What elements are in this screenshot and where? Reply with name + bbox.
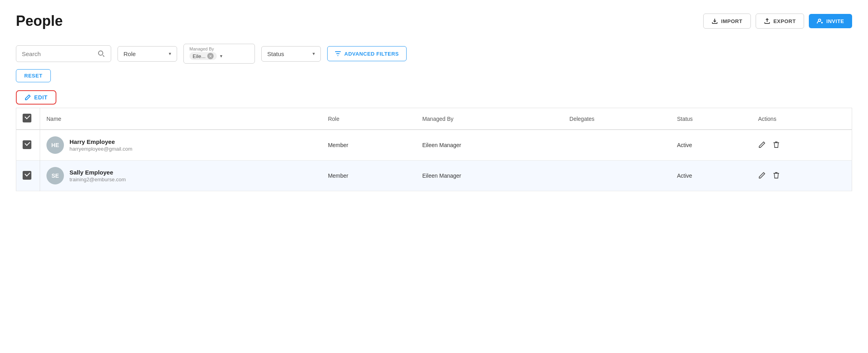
status-chevron-icon: ▾ [312,51,315,56]
name-cell: HE Harry Employee harryemployee@gmail.co… [40,130,322,161]
status-filter[interactable]: Status ▾ [261,46,321,62]
reset-button[interactable]: RESET [16,69,51,82]
name-cell: SE Sally Employee training2@emburse.com [40,161,322,191]
role-cell: Member [322,161,416,191]
edit-button[interactable]: EDIT [16,90,56,105]
header-actions: IMPORT EXPORT INVITE [703,14,852,29]
page-header: People IMPORT EXPORT INVITE [16,13,852,29]
export-button[interactable]: EXPORT [756,14,804,29]
table-row: HE Harry Employee harryemployee@gmail.co… [16,130,852,161]
edit-action-icon[interactable] [758,171,766,180]
status-cell: Active [671,130,752,161]
row-checkbox-cell[interactable] [16,130,40,161]
svg-point-1 [98,51,103,55]
person-name: Harry Employee [69,138,132,145]
advanced-filters-button[interactable]: ADVANCED FILTERS [327,46,407,61]
table-header-row: Name Role Managed By Delegates Status Ac… [16,108,852,130]
managed-by-chip: Eile... ✕ [189,52,217,60]
role-filter[interactable]: Role ▾ [118,46,177,62]
search-box[interactable] [16,45,111,62]
managed-by-label: Managed By [189,47,249,51]
role-column-header: Role [322,108,416,130]
search-input[interactable] [22,50,97,57]
delegates-cell [563,161,671,191]
import-button[interactable]: IMPORT [703,14,751,29]
filters-row: Role ▾ Managed By Eile... ✕ ▾ Status ▾ A… [16,44,852,64]
invite-icon [817,18,823,24]
reset-row: RESET [16,69,852,82]
delete-action-icon[interactable] [772,171,780,180]
actions-cell [752,161,852,191]
managed-by-column-header: Managed By [416,108,563,130]
edit-row: EDIT [16,90,852,105]
row-checkbox[interactable] [23,171,31,180]
page-title: People [16,13,63,29]
name-column-header: Name [40,108,322,130]
managed-by-cell: Eileen Manager [416,161,563,191]
managed-by-cell: Eileen Manager [416,130,563,161]
person-email: training2@emburse.com [69,176,126,182]
people-table: Name Role Managed By Delegates Status Ac… [16,108,852,191]
select-all-header[interactable] [16,108,40,130]
delegates-column-header: Delegates [563,108,671,130]
managed-by-clear-icon[interactable]: ✕ [207,53,214,59]
person-email: harryemployee@gmail.com [69,146,132,152]
managed-by-chevron-icon: ▾ [220,53,222,59]
export-icon [764,18,770,24]
delegates-cell [563,130,671,161]
edit-pencil-icon [25,94,31,101]
avatar: SE [46,167,64,184]
select-all-checkbox[interactable] [23,114,31,122]
row-checkbox[interactable] [23,140,31,149]
table-row: SE Sally Employee training2@emburse.com … [16,161,852,191]
managed-by-filter[interactable]: Managed By Eile... ✕ ▾ [183,44,255,64]
actions-cell [752,130,852,161]
avatar: HE [46,136,64,154]
search-icon [97,50,105,58]
actions-column-header: Actions [752,108,852,130]
status-column-header: Status [671,108,752,130]
role-chevron-icon: ▾ [169,51,171,56]
person-name: Sally Employee [69,169,126,176]
filter-icon [335,50,341,57]
invite-button[interactable]: INVITE [809,14,852,28]
row-checkbox-cell[interactable] [16,161,40,191]
role-cell: Member [322,130,416,161]
delete-action-icon[interactable] [772,141,780,150]
edit-action-icon[interactable] [758,141,766,150]
status-cell: Active [671,161,752,191]
import-icon [712,18,718,24]
